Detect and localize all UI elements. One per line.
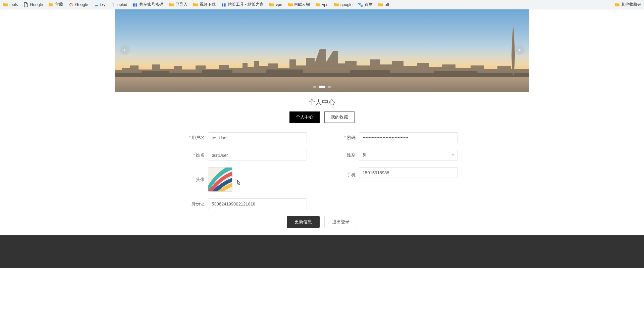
- action-buttons: 更新信息 退出登录: [0, 216, 644, 235]
- username-label: *用户名: [171, 135, 208, 141]
- bookmark-other-folder[interactable]: 其他收藏夹: [614, 2, 641, 7]
- phone-label: 手机: [322, 172, 359, 178]
- tool-icon: ▮▮: [132, 2, 138, 7]
- carousel-dot[interactable]: [319, 86, 325, 88]
- bookmark-label: Google: [30, 2, 43, 7]
- bookmark-item[interactable]: 宝藏: [48, 2, 63, 7]
- bookmark-label: 站长工具 - 站长之家: [228, 2, 264, 7]
- bookmark-item[interactable]: ⇪uplod: [111, 2, 127, 7]
- folder-icon: [169, 2, 174, 7]
- bookmark-label: google: [340, 2, 353, 7]
- name-input[interactable]: [208, 150, 307, 160]
- google-icon: G: [68, 2, 74, 7]
- bookmark-item[interactable]: ▮▮共享账号密码: [132, 2, 163, 7]
- tab-favorites[interactable]: 我的收藏: [324, 111, 355, 123]
- hero-water: [115, 77, 529, 92]
- update-button[interactable]: 更新信息: [287, 216, 320, 228]
- avatar-upload[interactable]: [208, 167, 232, 192]
- bookmark-item[interactable]: Max云梯: [288, 2, 310, 7]
- bookmark-label: vpn: [276, 2, 282, 7]
- logout-button[interactable]: 退出登录: [324, 216, 357, 228]
- profile-form: *用户名 *密码 *姓名 性别: [171, 132, 473, 209]
- name-label: *姓名: [171, 152, 208, 158]
- bookmark-label: Max云梯: [294, 2, 310, 7]
- bookmark-item[interactable]: 视频下载: [193, 2, 216, 7]
- phone-input[interactable]: [359, 167, 458, 178]
- page-icon: [23, 2, 29, 7]
- folder-icon: [288, 2, 293, 7]
- bookmark-item[interactable]: ▮▮站长工具 - 站长之家: [221, 2, 264, 7]
- carousel-dot[interactable]: [313, 86, 316, 88]
- gender-select[interactable]: [359, 150, 458, 160]
- avatar-label: 头像: [171, 177, 208, 183]
- bookmark-label: 已导入: [175, 2, 187, 7]
- share-icon: ⇪: [111, 2, 116, 7]
- folder-icon: [48, 2, 54, 7]
- folder-icon: [193, 2, 198, 7]
- tool-icon: ▮▮: [221, 2, 226, 7]
- bookmark-label: 百度: [365, 2, 373, 7]
- folder-icon: [334, 2, 339, 7]
- idcard-input[interactable]: [208, 198, 307, 209]
- folder-icon: [269, 2, 274, 7]
- hero-skyline: [115, 49, 529, 77]
- password-label: *密码: [322, 135, 359, 141]
- gender-label: 性别: [322, 152, 359, 158]
- bookmark-label: 宝藏: [55, 2, 63, 7]
- idcard-label: 身份证: [171, 201, 208, 207]
- bookmark-label: aff: [385, 2, 389, 7]
- carousel-prev[interactable]: ‹: [120, 45, 130, 55]
- bookmark-label: vps: [322, 2, 328, 7]
- bookmark-label: txy: [100, 2, 105, 7]
- bookmarks-bar: toolsGoogle宝藏GGoogle☁txy⇪uplod▮▮共享账号密码已导…: [0, 0, 644, 9]
- bookmark-label: uplod: [117, 2, 127, 7]
- page-title: 个人中心: [0, 98, 644, 107]
- cloud-icon: ☁: [94, 2, 99, 7]
- folder-icon: [3, 2, 8, 7]
- bookmark-item[interactable]: GGoogle: [68, 2, 88, 7]
- folder-icon: [614, 2, 620, 7]
- username-input[interactable]: [208, 132, 307, 143]
- carousel-dot[interactable]: [328, 86, 331, 88]
- bookmark-item[interactable]: tools: [3, 2, 18, 7]
- bookmark-item[interactable]: 已导入: [169, 2, 187, 7]
- bookmark-label: 其他收藏夹: [621, 2, 641, 7]
- bookmark-label: tools: [9, 2, 18, 7]
- folder-icon: [315, 2, 321, 7]
- bookmark-item[interactable]: 🐾百度: [358, 2, 373, 7]
- bookmark-item[interactable]: vpn: [269, 2, 282, 7]
- page-scroll[interactable]: ‹ › 个人中心 个人中心我的收藏 *用户名 *密码: [0, 9, 644, 323]
- tabs: 个人中心我的收藏: [0, 111, 644, 123]
- svg-point-0: [512, 32, 514, 33]
- bookmark-item[interactable]: Google: [23, 2, 43, 7]
- bookmark-label: Google: [75, 2, 88, 7]
- baidu-icon: 🐾: [358, 2, 363, 7]
- password-input[interactable]: [359, 132, 458, 143]
- footer: [0, 235, 644, 268]
- carousel-dots: [313, 86, 331, 88]
- carousel-next[interactable]: ›: [515, 45, 525, 55]
- bookmark-item[interactable]: google: [334, 2, 353, 7]
- bookmark-item[interactable]: ☁txy: [94, 2, 105, 7]
- hero-carousel: ‹ ›: [115, 9, 529, 92]
- bookmark-label: 共享账号密码: [139, 2, 163, 7]
- bookmark-item[interactable]: vps: [315, 2, 328, 7]
- bookmark-label: 视频下载: [200, 2, 216, 7]
- bookmark-item[interactable]: aff: [378, 2, 389, 7]
- folder-icon: [378, 2, 383, 7]
- tab-profile[interactable]: 个人中心: [289, 111, 320, 123]
